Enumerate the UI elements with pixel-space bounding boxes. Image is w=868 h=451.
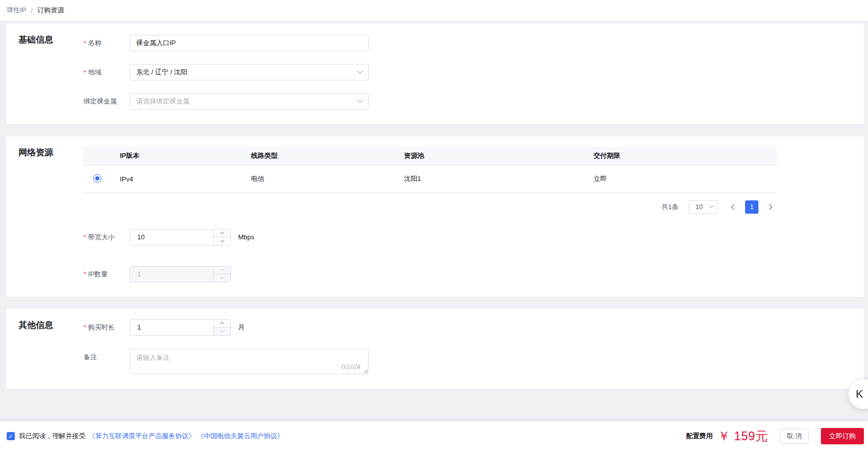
duration-input[interactable] xyxy=(130,320,213,335)
agreement-link-platform[interactable]: 《算力互联调度平台产品服务协议》 xyxy=(89,432,195,441)
pagination-prev-button[interactable] xyxy=(727,200,740,214)
pagination-total: 共1条 xyxy=(662,202,679,212)
form-row-name: * 名称 xyxy=(83,35,864,51)
bare-metal-select-placeholder: 请选择绑定裸金属 xyxy=(136,97,189,106)
duration-label: 购买时长 xyxy=(88,323,115,332)
cell-delivery: 立即 xyxy=(587,165,777,193)
duration-unit: 月 xyxy=(238,323,245,332)
chevron-down-icon xyxy=(357,68,363,74)
resource-table: IP版本 线路类型 资源池 交付期限 IPv4 电信 沈阳1 立即 xyxy=(83,147,777,193)
chevron-down-icon xyxy=(220,238,224,242)
region-select[interactable]: 东北 / 辽宁 / 沈阳 xyxy=(130,64,369,80)
form-row-bandwidth: * 带宽大小 Mbps xyxy=(83,229,864,245)
cell-line-type: 电信 xyxy=(245,165,398,193)
breadcrumb-separator: / xyxy=(31,7,33,14)
remark-label-wrap: 备注 xyxy=(83,348,130,362)
cell-ip-version: IPv4 xyxy=(112,165,245,193)
col-header-delivery: 交付期限 xyxy=(587,147,777,165)
bandwidth-stepper xyxy=(130,229,231,245)
form-row-remark: 备注 0/1024 xyxy=(83,348,864,374)
bare-metal-label-wrap: 绑定裸金属 xyxy=(83,97,130,106)
bandwidth-decrease-button[interactable] xyxy=(214,237,230,245)
ip-count-label: IP数量 xyxy=(88,270,108,279)
ip-count-stepper-buttons xyxy=(213,266,230,282)
page-size-select[interactable]: 10 xyxy=(689,200,717,214)
remark-textarea[interactable] xyxy=(130,348,369,374)
table-header-row: IP版本 线路类型 资源池 交付期限 xyxy=(83,147,777,165)
page-size-value: 10 xyxy=(695,203,703,211)
cancel-button[interactable]: 取 消 xyxy=(780,428,809,444)
other-info-title: 其他信息 xyxy=(18,319,53,331)
col-header-pool: 资源池 xyxy=(398,147,587,165)
bare-metal-label: 绑定裸金属 xyxy=(83,97,117,106)
name-label-wrap: * 名称 xyxy=(83,38,130,48)
duration-decrease-button xyxy=(214,327,230,335)
footer-action-bar: 我已阅读，理解并接受 《算力互联调度平台产品服务协议》 《中国电信天翼云用户协议… xyxy=(0,421,868,451)
required-marker: * xyxy=(83,270,86,278)
agreement-link-ctyun[interactable]: 《中国电信天翼云用户协议》 xyxy=(197,432,284,441)
section-network-resources: 网络资源 IP版本 线路类型 资源池 交付期限 IPv4 xyxy=(6,136,864,297)
section-other-info: 其他信息 * 购买时长 月 备注 0/1024 xyxy=(6,309,864,388)
chevron-left-icon xyxy=(731,204,737,210)
main-content: 基础信息 * 名称 * 地域 东北 / 辽宁 / 沈阳 绑定裸金属 请选择 xyxy=(0,20,868,388)
duration-stepper-buttons xyxy=(213,320,230,335)
duration-label-wrap: * 购买时长 xyxy=(83,323,130,332)
name-label: 名称 xyxy=(88,38,101,48)
duration-increase-button[interactable] xyxy=(214,320,230,328)
pagination-page-1[interactable]: 1 xyxy=(745,200,758,214)
row-radio-selected[interactable] xyxy=(93,174,101,182)
pagination-next-button[interactable] xyxy=(764,200,777,214)
footer-right: 配置费用 ￥ 159元 取 消 立即订购 xyxy=(686,428,864,444)
form-row-ip-count: * IP数量 xyxy=(83,266,864,282)
form-row-bare-metal: 绑定裸金属 请选择绑定裸金属 xyxy=(83,93,864,110)
fee-label: 配置费用 xyxy=(686,432,713,441)
name-input[interactable] xyxy=(130,35,369,51)
chevron-down-icon xyxy=(709,203,713,207)
bare-metal-select[interactable]: 请选择绑定裸金属 xyxy=(130,93,369,110)
col-header-ip-version: IP版本 xyxy=(112,147,245,165)
form-row-region: * 地域 东北 / 辽宁 / 沈阳 xyxy=(83,64,864,80)
agreement-checkbox-checked[interactable] xyxy=(7,432,15,440)
radio-column-header xyxy=(83,147,112,165)
chevron-up-icon xyxy=(220,269,224,273)
bandwidth-label: 带宽大小 xyxy=(88,233,115,242)
bandwidth-input[interactable] xyxy=(130,230,213,245)
ip-count-label-wrap: * IP数量 xyxy=(83,270,130,279)
duration-stepper xyxy=(130,319,231,336)
form-row-duration: * 购买时长 月 xyxy=(83,319,864,336)
chevron-down-icon xyxy=(220,275,224,279)
pagination: 共1条 10 1 xyxy=(83,200,777,214)
bandwidth-stepper-buttons xyxy=(213,230,230,245)
breadcrumb-parent[interactable]: 弹性IP xyxy=(7,6,26,15)
col-header-line-type: 线路类型 xyxy=(245,147,398,165)
required-marker: * xyxy=(83,69,86,76)
network-resources-title: 网络资源 xyxy=(18,147,53,158)
required-marker: * xyxy=(83,233,86,241)
remark-textarea-wrap: 0/1024 xyxy=(130,348,369,374)
submit-order-button[interactable]: 立即订购 xyxy=(821,428,864,444)
resource-table-wrap: IP版本 线路类型 资源池 交付期限 IPv4 电信 沈阳1 立即 xyxy=(83,147,777,214)
chevron-down-icon xyxy=(357,97,363,103)
bandwidth-label-wrap: * 带宽大小 xyxy=(83,233,130,242)
region-label-wrap: * 地域 xyxy=(83,68,130,77)
required-marker: * xyxy=(83,39,86,47)
ip-count-decrease-button xyxy=(214,274,230,282)
cell-pool: 沈阳1 xyxy=(398,165,587,193)
breadcrumb: 弹性IP / 订购资源 xyxy=(0,0,868,20)
region-label: 地域 xyxy=(88,68,101,77)
basic-info-title: 基础信息 xyxy=(18,34,53,46)
bandwidth-increase-button[interactable] xyxy=(214,230,230,238)
ip-count-stepper xyxy=(130,266,231,282)
chevron-up-icon xyxy=(220,232,224,236)
chevron-right-icon xyxy=(767,204,772,210)
fee-value: ￥ 159元 xyxy=(718,428,768,444)
breadcrumb-current: 订购资源 xyxy=(37,6,64,15)
floating-helper-label: K xyxy=(856,387,863,401)
ip-count-increase-button xyxy=(214,266,230,275)
agreement-prefix: 我已阅读，理解并接受 xyxy=(19,432,86,441)
chevron-down-icon xyxy=(220,329,224,333)
required-marker: * xyxy=(83,323,86,331)
bandwidth-unit: Mbps xyxy=(238,233,255,241)
table-row: IPv4 电信 沈阳1 立即 xyxy=(83,165,777,193)
remark-char-counter: 0/1024 xyxy=(342,363,361,371)
